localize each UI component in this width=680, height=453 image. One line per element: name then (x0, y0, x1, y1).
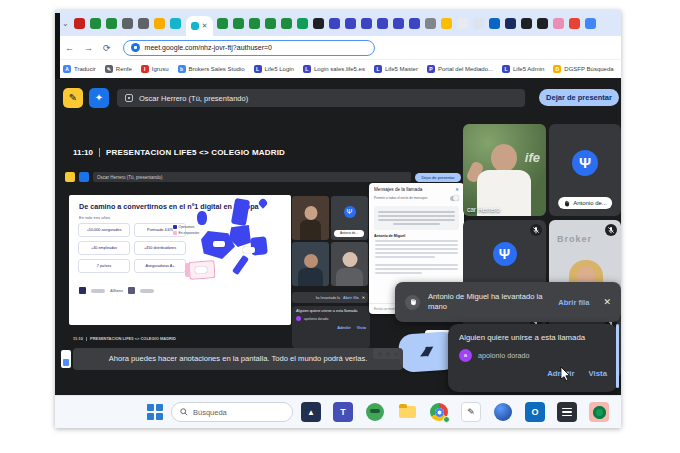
browser-tab[interactable] (409, 18, 420, 29)
forward-icon[interactable]: → (84, 43, 93, 53)
bookmark-item[interactable]: ✎Renfe (105, 65, 132, 73)
browser-tab[interactable] (553, 18, 564, 29)
browser-tab[interactable] (521, 18, 532, 29)
life5-logo-icon: Ψ (493, 242, 517, 266)
url-text[interactable]: meet.google.com/nhz-jovr-ftj?authuser=0 (145, 44, 272, 51)
chat-notice-box (374, 206, 459, 230)
browser-tab[interactable] (329, 18, 340, 29)
bookmark-favicon: b (178, 65, 186, 73)
bookmark-item[interactable]: PPortal del Mediado... (427, 65, 493, 73)
green-app-icon[interactable] (365, 402, 385, 422)
bookmark-item[interactable]: LLife5 Login (254, 65, 294, 73)
open-queue-button[interactable]: Abrir fila (558, 298, 589, 307)
background-window-edge (55, 13, 60, 79)
nested-pen-icon (65, 172, 75, 182)
outlook-icon[interactable]: O (525, 402, 545, 422)
chrome-icon[interactable] (429, 402, 449, 422)
url-bar[interactable]: meet.google.com/nhz-jovr-ftj?authuser=0 (123, 40, 375, 56)
browser-tab-strip[interactable]: ⌄ ✕ (55, 10, 621, 36)
bookmark-item[interactable]: ATraducir (63, 65, 96, 73)
browser-tab[interactable] (90, 18, 101, 29)
browser-tab[interactable] (537, 18, 548, 29)
reload-icon[interactable]: ⟳ (103, 43, 111, 53)
tab-close-icon[interactable]: ✕ (202, 22, 208, 30)
back-icon[interactable]: ← (65, 43, 74, 53)
browser-tab[interactable] (377, 18, 388, 29)
teams-app-icon[interactable]: T (333, 402, 353, 422)
browser-tab[interactable] (473, 18, 484, 29)
nested-presenter-chip: Oscar Herrero (Tú, presentando) (93, 172, 411, 182)
windows-taskbar: Búsqueda ▲ T ✎ O (55, 395, 621, 428)
mouse-cursor (560, 366, 571, 385)
meeting-time: 11:10 (73, 148, 93, 157)
nested-toast-text: ha levantado la (316, 296, 340, 300)
browser-tab[interactable] (281, 18, 292, 29)
meet-favicon (131, 43, 140, 52)
browser-tab[interactable] (122, 18, 133, 29)
participant-tile-oscar[interactable]: ife car Herrero (463, 124, 546, 216)
browser-tab[interactable] (249, 18, 260, 29)
annotation-tools-button[interactable]: ✦ (89, 88, 109, 108)
partner-logo-blob (140, 289, 154, 293)
paint-app-icon[interactable] (493, 402, 513, 422)
bookmark-item[interactable]: IIgrusu (141, 65, 169, 73)
partner-logo-allianz: Allianz (110, 288, 123, 293)
bookmark-item[interactable]: LLogin sales.life5.es (303, 65, 365, 73)
bookmarks-bar: ATraducir✎RenfeIIgrusubBrokers Sales Stu… (55, 60, 621, 78)
browser-tab[interactable] (361, 18, 372, 29)
browser-tab[interactable] (345, 18, 356, 29)
browser-tab[interactable] (457, 18, 468, 29)
browser-tab[interactable] (313, 18, 324, 29)
browser-tab[interactable] (233, 18, 244, 29)
browser-tab[interactable] (585, 18, 596, 29)
browser-tab[interactable] (505, 18, 516, 29)
participant-tile-antonio[interactable]: Ψ Antonio de... (549, 124, 621, 216)
whiteboard-app-icon[interactable]: ✎ (461, 402, 481, 422)
map-value-chip (195, 267, 207, 273)
browser-tab[interactable] (265, 18, 276, 29)
active-app-icon[interactable] (589, 402, 609, 422)
photos-app-icon[interactable]: ▲ (301, 402, 321, 422)
start-button[interactable] (147, 404, 163, 420)
slide-stat: Aseguradoras A+ (134, 259, 186, 273)
bookmark-item[interactable]: bBrokers Sales Studio (178, 65, 245, 73)
browser-tab[interactable] (170, 18, 181, 29)
bookmark-item[interactable]: DDGSFP Búsqueda (553, 65, 613, 73)
nested-toast-close-icon: ✕ (362, 295, 365, 300)
nested-person (304, 254, 318, 268)
bookmark-favicon: D (553, 65, 561, 73)
legend-label-operate: Operamos (179, 225, 195, 229)
browser-tab[interactable] (489, 18, 500, 29)
browser-tab[interactable] (217, 18, 228, 29)
bookmark-favicon: L (502, 65, 510, 73)
nested-raised-hand-pill: Antonio de... (334, 230, 364, 237)
browser-tab[interactable] (138, 18, 149, 29)
tab-search-chevron-icon[interactable]: ⌄ (62, 19, 69, 28)
active-tab[interactable]: ✕ (186, 16, 213, 36)
chat-title: Mensajes de la llamada (374, 187, 422, 192)
browser-tab[interactable] (74, 18, 85, 29)
view-button[interactable]: Vista (589, 369, 608, 378)
browser-tab[interactable] (154, 18, 165, 29)
browser-tab[interactable] (297, 18, 308, 29)
participant-name: car Herrero (467, 206, 500, 213)
bookmark-item[interactable]: LLife5 Master (374, 65, 418, 73)
file-explorer-icon[interactable] (397, 402, 417, 422)
nested-person-body (300, 220, 321, 240)
notes-app-icon[interactable] (557, 402, 577, 422)
bookmark-item[interactable]: LLife5 Admin (502, 65, 544, 73)
bookmark-favicon: L (374, 65, 382, 73)
browser-tab[interactable] (441, 18, 452, 29)
chat-close-icon: ✕ (455, 187, 459, 192)
browser-tab[interactable] (106, 18, 117, 29)
browser-tab[interactable] (569, 18, 580, 29)
annotation-pen-button[interactable]: ✎ (63, 88, 83, 108)
taskbar-search[interactable]: Búsqueda (171, 402, 293, 422)
toast-close-icon[interactable]: ✕ (603, 297, 611, 307)
sidebar-scrollbar[interactable] (616, 324, 619, 388)
stop-presenting-button[interactable]: Dejar de presentar (539, 89, 619, 106)
browser-tab[interactable] (393, 18, 404, 29)
browser-tab[interactable] (425, 18, 436, 29)
mic-muted-icon (605, 224, 617, 236)
slide-stat: 7 países (78, 259, 130, 273)
